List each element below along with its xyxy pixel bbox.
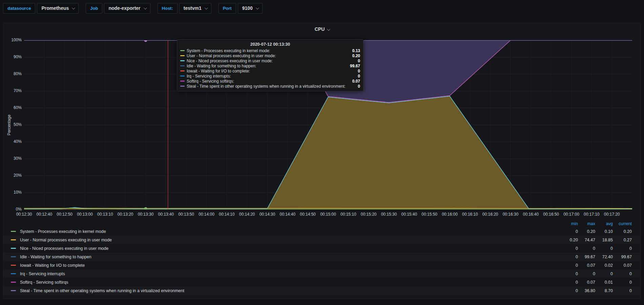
series-color-dash-icon[interactable] [11,273,16,274]
variable-label: Port [219,3,236,14]
legend-stat-avg: 0.10 [595,229,613,234]
variable-value-text: 9100 [242,5,253,11]
legend-series-label[interactable]: Irq - Servicing interrupts [20,271,65,276]
chevron-down-icon [205,6,208,9]
legend-stat-current: 0.27 [613,238,632,242]
legend-stat-min: 0 [561,271,578,276]
series-color-dash-icon [180,50,185,51]
legend-series-label[interactable]: Steal - Time spent in other operating sy… [20,288,184,293]
series-color-dash-icon[interactable] [11,231,16,232]
legend-stat-min: 0 [561,246,578,251]
x-tick-label: 00:13:50 [176,212,197,217]
tooltip-series-label: User - Normal processes executing in use… [187,53,276,58]
legend-stat-min: 0 [561,255,578,259]
x-tick-label: 00:14:40 [277,212,298,217]
series-color-dash-icon[interactable] [11,256,16,257]
legend-series-label[interactable]: Idle - Waiting for something to happen [20,255,91,259]
y-tick-label: 10% [5,190,22,195]
legend-series-label[interactable]: Nice - Niced processes executing in user… [20,246,108,251]
variable-group-2: Host:testvm1 [158,3,211,14]
series-color-dash-icon [180,75,185,77]
legend-stat-current: 0.20 [613,229,632,234]
y-tick-label: 70% [5,88,22,93]
tooltip-series-label: Steal - Time spent in other operating sy… [187,84,346,89]
tooltip-series-value: 0.13 [352,48,360,53]
legend-row[interactable]: User - Normal processes executing in use… [3,236,641,244]
tooltip-series-row: Iowait - Waiting for I/O to complete:0 [180,68,360,73]
x-tick-label: 00:12:40 [34,212,55,217]
legend-stat-current: 0 [613,271,632,276]
legend-stat-min: 0.20 [561,238,578,242]
user-baseline-line [24,208,632,209]
legend-sort-min[interactable]: min [561,221,578,226]
variable-label: Host: [158,3,178,14]
series-color-dash-icon[interactable] [11,265,16,266]
series-color-dash-icon [180,70,185,71]
y-tick-label: 20% [5,173,22,178]
legend-stat-current: 0 [613,280,632,285]
legend-series-label[interactable]: System - Processes executing in kernel m… [20,229,106,234]
x-tick-label: 00:14:00 [196,212,217,217]
x-tick-label: 00:17:10 [581,212,602,217]
legend-row[interactable]: Softirq - Servicing softirqs00.070.010 [3,278,641,286]
legend-row[interactable]: Idle - Waiting for something to happen09… [3,253,641,261]
x-tick-label: 00:16:40 [520,212,541,217]
legend-header-row: minmaxavgcurrent [3,220,641,227]
legend-stat-max: 99.67 [578,255,595,259]
y-tick-label: 30% [5,156,22,161]
legend-sort-current[interactable]: current [613,221,632,226]
series-color-dash-icon[interactable] [11,290,16,291]
variable-label: Job [86,3,102,14]
x-tick-label: 00:15:30 [378,212,399,217]
legend-stat-current: 0 [613,246,632,251]
x-tick-label: 00:16:30 [500,212,521,217]
legend-series-label[interactable]: Softirq - Servicing softirqs [20,280,68,285]
x-tick-label: 00:15:00 [318,212,339,217]
x-tick-label: 00:14:10 [216,212,237,217]
legend-stat-current: 0.07 [613,263,632,268]
x-tick-label: 00:13:10 [95,212,116,217]
x-tick-label: 00:17:00 [561,212,582,217]
series-color-dash-icon[interactable] [11,239,16,240]
variable-group-0: datasourcePrometheus [3,3,79,14]
series-color-dash-icon[interactable] [11,248,16,249]
legend-stat-min: 0 [561,263,578,268]
legend-stat-avg: 8.70 [595,288,613,293]
panel-title-dropdown[interactable]: CPU [3,26,641,32]
legend-sort-max[interactable]: max [578,221,595,226]
x-tick-label: 00:13:30 [135,212,156,217]
series-color-dash-icon [180,65,185,66]
x-tick-label: 00:14:50 [297,212,318,217]
series-color-dash-icon[interactable] [11,282,16,283]
y-tick-label: 60% [5,105,22,110]
variable-value-dropdown[interactable]: Prometheus [37,3,79,14]
x-tick-label: 00:15:50 [419,212,440,217]
legend-stat-max: 36.80 [578,288,595,293]
x-tick-label: 00:12:30 [14,212,35,217]
legend-row[interactable]: Irq - Servicing interrupts0000 [3,269,641,278]
tooltip-series-label: Nice - Niced processes executing in user… [187,59,273,63]
y-tick-label: 50% [5,122,22,127]
x-tick-label: 00:12:50 [54,212,75,217]
y-tick-label: 40% [5,139,22,144]
legend-row[interactable]: Iowait - Waiting for I/O to complete00.0… [3,261,641,269]
variable-value-dropdown[interactable]: node-exporter [104,3,150,14]
x-tick-label: 00:15:40 [399,212,420,217]
legend-row[interactable]: Nice - Niced processes executing in user… [3,244,641,253]
chevron-down-icon [327,27,330,31]
x-tick-label: 00:16:20 [480,212,501,217]
variable-label-text: Job [90,6,98,11]
variable-label-text: datasource [7,6,31,11]
variable-value-dropdown[interactable]: testvm1 [179,3,211,14]
tooltip-series-value: 0 [358,84,360,89]
legend-row[interactable]: System - Processes executing in kernel m… [3,227,641,236]
x-tick-label: 00:13:40 [155,212,176,217]
chevron-down-icon [144,6,147,9]
variable-group-3: Port9100 [219,3,263,14]
legend-series-label[interactable]: Iowait - Waiting for I/O to complete [20,263,85,268]
legend-row[interactable]: Steal - Time spent in other operating sy… [3,286,641,295]
legend-sort-avg[interactable]: avg [595,221,613,226]
variable-value-dropdown[interactable]: 9100 [238,3,263,14]
legend-series-label[interactable]: User - Normal processes executing in use… [20,238,112,242]
legend-stat-max: 0.20 [578,229,595,234]
